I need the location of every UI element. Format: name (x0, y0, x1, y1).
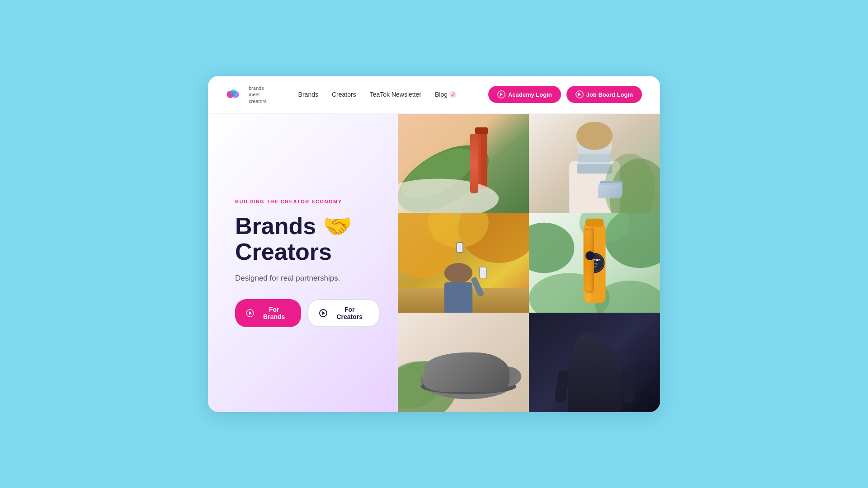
image-6-visual (529, 313, 660, 412)
logo-icon (226, 87, 244, 102)
svg-point-46 (398, 353, 449, 412)
svg-point-23 (458, 213, 529, 263)
svg-point-22 (398, 213, 458, 278)
svg-point-6 (398, 131, 500, 213)
content-area: BUILDING THE CREATOR ECONOMY Brands 🤝 Cr… (208, 114, 660, 412)
svg-rect-59 (568, 366, 611, 412)
nav-link-blog[interactable]: Blog ✓ (435, 91, 457, 98)
job-board-login-button[interactable]: Job Board Login (566, 86, 642, 103)
nav-links: Brands Creators TeaTok Newsletter Blog ✓ (298, 91, 457, 98)
svg-text:vitality: vitality (592, 263, 598, 265)
svg-point-18 (576, 122, 613, 150)
for-brands-button[interactable]: For Brands (235, 299, 301, 327)
creators-play-icon (319, 309, 327, 317)
left-panel: BUILDING THE CREATOR ECONOMY Brands 🤝 Cr… (208, 114, 398, 412)
hero-subheading: Designed for real partnerships. (235, 274, 380, 283)
svg-rect-57 (529, 313, 660, 412)
job-board-play-icon (576, 90, 584, 99)
svg-point-45 (398, 350, 466, 412)
svg-rect-44 (398, 313, 529, 412)
svg-point-48 (423, 360, 514, 392)
svg-rect-63 (529, 332, 660, 333)
svg-rect-12 (529, 114, 660, 213)
svg-rect-61 (619, 369, 635, 403)
svg-point-2 (231, 89, 236, 95)
svg-rect-10 (475, 127, 488, 135)
svg-point-24 (428, 213, 489, 248)
svg-point-11 (398, 178, 499, 213)
svg-point-47 (420, 361, 516, 399)
for-creators-button[interactable]: For Creators (307, 299, 380, 327)
svg-point-19 (609, 159, 660, 213)
svg-rect-8 (476, 128, 487, 189)
blog-badge-icon: ✓ (449, 91, 457, 98)
nav-link-teatok[interactable]: TeaTok Newsletter (370, 91, 421, 98)
svg-rect-37 (585, 224, 592, 302)
academy-play-icon (497, 90, 505, 99)
svg-point-50 (420, 379, 516, 394)
navbar: brands meet creators Brands Creators Tea… (208, 76, 660, 114)
svg-text:PRESSED: PRESSED (589, 258, 601, 261)
svg-rect-14 (569, 161, 620, 213)
image-4-visual: PRESSED vitality shot (529, 213, 660, 313)
logo-text: brands meet creators (249, 85, 267, 104)
svg-rect-15 (577, 164, 612, 174)
svg-point-26 (444, 263, 472, 283)
svg-point-58 (574, 332, 604, 367)
svg-point-7 (398, 138, 482, 209)
image-cell-3 (398, 213, 529, 313)
image-cell-5 (398, 313, 529, 412)
nav-link-creators[interactable]: Creators (332, 91, 356, 98)
svg-rect-17 (579, 145, 610, 153)
svg-rect-38 (585, 219, 604, 227)
svg-point-49 (425, 359, 501, 385)
hero-buttons: For Brands For Creators (235, 299, 380, 327)
logo[interactable]: brands meet creators (226, 85, 267, 104)
svg-point-20 (604, 154, 655, 213)
svg-rect-25 (398, 288, 529, 313)
svg-rect-5 (398, 114, 529, 213)
svg-rect-21 (398, 213, 529, 313)
image-cell-2 (529, 114, 660, 213)
svg-text:✓: ✓ (451, 93, 455, 97)
nav-buttons: Academy Login Job Board Login (488, 86, 642, 103)
svg-rect-60 (554, 369, 570, 403)
image-grid: PRESSED vitality shot (398, 114, 660, 412)
svg-text:shot: shot (593, 266, 597, 268)
svg-point-13 (577, 123, 612, 164)
svg-rect-28 (471, 277, 485, 297)
svg-point-51 (491, 366, 521, 387)
image-3-visual (398, 213, 529, 313)
eyebrow-text: BUILDING THE CREATOR ECONOMY (235, 199, 380, 204)
nav-link-brands[interactable]: Brands (298, 91, 318, 98)
main-card: brands meet creators Brands Creators Tea… (208, 76, 660, 412)
svg-rect-27 (444, 282, 472, 313)
svg-rect-16 (578, 154, 611, 163)
academy-login-button[interactable]: Academy Login (488, 86, 561, 103)
image-2-visual (529, 114, 660, 213)
image-cell-6 (529, 313, 660, 412)
image-cell-4: PRESSED vitality shot (529, 213, 660, 313)
svg-rect-29 (480, 267, 487, 278)
image-cell-1 (398, 114, 529, 213)
svg-rect-64 (529, 357, 660, 358)
hero-heading: Brands 🤝 Creators (235, 213, 380, 265)
svg-rect-52 (438, 363, 483, 377)
image-5-visual (398, 313, 529, 412)
image-1-visual (398, 114, 529, 213)
brands-play-icon (246, 309, 254, 317)
svg-rect-9 (477, 129, 481, 188)
